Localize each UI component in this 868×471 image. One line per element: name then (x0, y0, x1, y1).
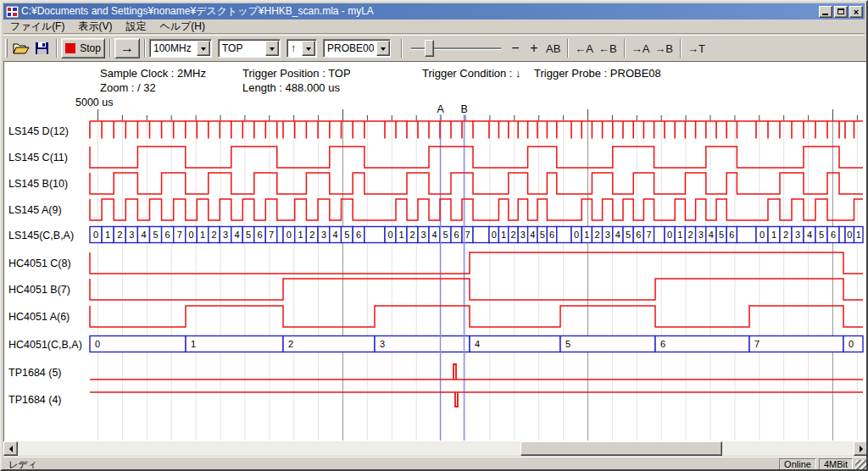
svg-text:6: 6 (453, 230, 459, 240)
toolbar: Stop → 100MHz TOP ↑ PROBE00 − + AB (3, 35, 865, 61)
minimize-icon (822, 14, 828, 15)
chevron-down-icon[interactable] (197, 41, 210, 56)
trigger-probe-combo[interactable]: PROBE00 (323, 39, 391, 58)
stop-button[interactable]: Stop (61, 38, 105, 58)
svg-text:1: 1 (677, 230, 682, 240)
cursor-label: B (461, 103, 468, 115)
svg-text:2: 2 (117, 230, 122, 240)
svg-text:0: 0 (95, 339, 100, 349)
svg-text:0: 0 (574, 230, 579, 240)
svg-text:5: 5 (565, 339, 570, 349)
save-button[interactable] (32, 39, 52, 58)
zoom-out-button[interactable]: − (506, 39, 525, 58)
open-folder-icon (13, 42, 30, 55)
svg-text:5: 5 (540, 230, 545, 240)
toolbar-separator (144, 39, 145, 58)
svg-text:1: 1 (398, 230, 403, 240)
svg-text:3: 3 (321, 230, 326, 240)
menu-settings[interactable]: 設定 (119, 19, 153, 35)
svg-text:5: 5 (344, 230, 349, 240)
window-title: C:¥Documents and Settings¥noname¥デスクトップ¥… (21, 4, 374, 19)
svg-text:6: 6 (356, 230, 361, 240)
channel-label: LS145 C(11) (8, 152, 68, 163)
svg-text:5: 5 (819, 230, 824, 240)
goto-a-back-button[interactable]: ←A (572, 39, 596, 58)
svg-text:4: 4 (431, 230, 437, 240)
maximize-button[interactable] (834, 6, 848, 18)
goto-b-back-button[interactable]: ←B (596, 39, 620, 58)
svg-text:0: 0 (667, 230, 672, 240)
svg-text:0: 0 (387, 230, 392, 240)
channel-label: TP1684 (4) (8, 394, 62, 406)
scroll-left-icon (6, 446, 13, 452)
zoom-slider-handle[interactable] (425, 40, 434, 57)
close-icon: × (854, 8, 859, 16)
waveform-area: Sample Clock : 2MHz Trigger Position : T… (3, 61, 868, 441)
run-button[interactable]: → (114, 38, 140, 58)
menubar: ファイル(F) 表示(V) 設定 ヘルプ(H) (3, 19, 865, 34)
open-file-button[interactable] (10, 39, 32, 58)
trigger-edge-combo[interactable]: ↑ (287, 39, 317, 58)
svg-text:4: 4 (333, 230, 338, 240)
scrollbar-thumb[interactable] (520, 441, 722, 456)
menu-file[interactable]: ファイル(F) (3, 19, 71, 35)
channel-label: LS145(C,B,A) (8, 230, 74, 241)
svg-text:7: 7 (754, 339, 760, 349)
channel-bus: LS145(C,B,A) (8, 230, 74, 241)
trigger-position-combo[interactable]: TOP (218, 39, 281, 58)
channel-label: HC4051(C,B,A) (8, 339, 82, 351)
channel-bus: HC4051(C,B,A) (8, 339, 82, 351)
svg-text:0: 0 (760, 230, 765, 240)
toolbar-separator (567, 39, 568, 58)
chevron-down-icon[interactable] (376, 41, 390, 56)
status-online: Online (779, 458, 816, 471)
svg-text:1: 1 (501, 230, 506, 240)
svg-text:3: 3 (698, 230, 704, 240)
svg-text:3: 3 (129, 230, 134, 240)
svg-text:2: 2 (783, 230, 788, 240)
svg-text:0: 0 (492, 230, 497, 240)
menu-view[interactable]: 表示(V) (71, 19, 119, 35)
svg-text:6: 6 (729, 230, 734, 240)
zoom-in-button[interactable]: + (525, 39, 543, 58)
toolbar-separator (624, 39, 625, 58)
toolbar-grip (5, 39, 8, 58)
svg-text:4: 4 (141, 230, 146, 240)
maximize-icon (837, 8, 844, 14)
zoom-slider[interactable] (411, 39, 501, 58)
chevron-down-icon[interactable] (265, 41, 279, 56)
status-ready: レディ (5, 458, 37, 471)
channel-label: LS145 B(10) (8, 178, 68, 190)
goto-b-fwd-button[interactable]: →B (652, 39, 676, 58)
svg-text:6: 6 (165, 230, 170, 240)
toolbar-separator (680, 39, 681, 58)
statusbar: レディ Online 4MBit (3, 457, 868, 471)
menu-help[interactable]: ヘルプ(H) (153, 19, 212, 35)
svg-text:1: 1 (771, 230, 776, 240)
channel-label: LS145 A(9) (8, 204, 62, 216)
bus-row: 0123456701234567012345601234567012345601… (90, 227, 863, 243)
chevron-down-icon[interactable] (302, 41, 315, 56)
svg-text:2: 2 (211, 230, 216, 240)
horizontal-scrollbar[interactable] (3, 441, 868, 456)
waveform-plot: 0123456701234567012345601234567012345601… (3, 61, 868, 441)
minimize-button[interactable] (819, 6, 832, 18)
ab-button[interactable]: AB (543, 39, 563, 58)
svg-text:4: 4 (530, 230, 535, 240)
run-arrow-icon: → (120, 41, 134, 56)
svg-text:0: 0 (849, 339, 854, 349)
scroll-right-button[interactable] (854, 441, 868, 456)
scroll-left-button[interactable] (3, 441, 18, 456)
resize-grip[interactable] (855, 460, 866, 471)
channel-label: HC4051 C(8) (8, 258, 71, 269)
sample-clock-combo[interactable]: 100MHz (149, 39, 212, 58)
goto-a-fwd-button[interactable]: →A (629, 39, 653, 58)
svg-text:1: 1 (105, 230, 110, 240)
svg-text:3: 3 (795, 230, 800, 240)
app-window: C:¥Documents and Settings¥noname¥デスクトップ¥… (0, 0, 868, 471)
close-button[interactable]: × (849, 6, 863, 18)
svg-text:1: 1 (191, 339, 196, 349)
channel-label: HC4051 A(6) (8, 311, 70, 323)
status-memory: 4MBit (819, 458, 853, 471)
goto-trigger-button[interactable]: →T (685, 39, 708, 58)
